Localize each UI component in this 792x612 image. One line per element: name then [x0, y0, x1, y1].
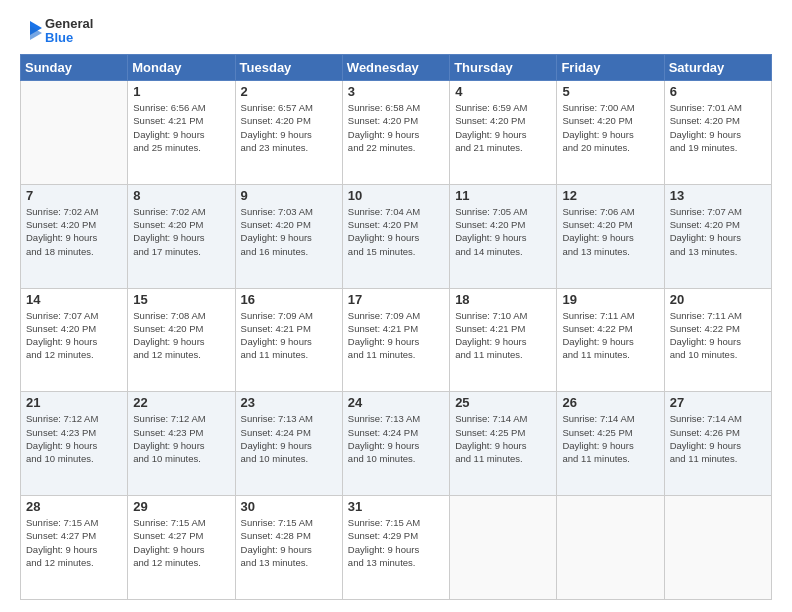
day-info: Sunrise: 7:01 AM Sunset: 4:20 PM Dayligh… — [670, 101, 766, 154]
calendar-cell: 24Sunrise: 7:13 AM Sunset: 4:24 PM Dayli… — [342, 392, 449, 496]
logo-text: General Blue — [45, 17, 93, 46]
day-info: Sunrise: 7:10 AM Sunset: 4:21 PM Dayligh… — [455, 309, 551, 362]
logo: General Blue — [20, 16, 93, 46]
calendar-cell — [664, 496, 771, 600]
calendar-cell: 26Sunrise: 7:14 AM Sunset: 4:25 PM Dayli… — [557, 392, 664, 496]
calendar-week-row: 7Sunrise: 7:02 AM Sunset: 4:20 PM Daylig… — [21, 184, 772, 288]
day-number: 21 — [26, 395, 122, 410]
day-info: Sunrise: 7:06 AM Sunset: 4:20 PM Dayligh… — [562, 205, 658, 258]
day-number: 12 — [562, 188, 658, 203]
day-number: 14 — [26, 292, 122, 307]
calendar-cell: 15Sunrise: 7:08 AM Sunset: 4:20 PM Dayli… — [128, 288, 235, 392]
day-info: Sunrise: 7:02 AM Sunset: 4:20 PM Dayligh… — [133, 205, 229, 258]
day-number: 7 — [26, 188, 122, 203]
day-number: 9 — [241, 188, 337, 203]
day-info: Sunrise: 7:04 AM Sunset: 4:20 PM Dayligh… — [348, 205, 444, 258]
day-info: Sunrise: 7:15 AM Sunset: 4:28 PM Dayligh… — [241, 516, 337, 569]
day-number: 23 — [241, 395, 337, 410]
day-info: Sunrise: 7:11 AM Sunset: 4:22 PM Dayligh… — [562, 309, 658, 362]
calendar-cell: 14Sunrise: 7:07 AM Sunset: 4:20 PM Dayli… — [21, 288, 128, 392]
logo-blue: Blue — [45, 31, 93, 45]
day-number: 11 — [455, 188, 551, 203]
calendar-cell: 6Sunrise: 7:01 AM Sunset: 4:20 PM Daylig… — [664, 81, 771, 185]
calendar-cell: 7Sunrise: 7:02 AM Sunset: 4:20 PM Daylig… — [21, 184, 128, 288]
day-info: Sunrise: 7:13 AM Sunset: 4:24 PM Dayligh… — [348, 412, 444, 465]
logo-bird-icon — [20, 16, 42, 46]
calendar-week-row: 28Sunrise: 7:15 AM Sunset: 4:27 PM Dayli… — [21, 496, 772, 600]
calendar-cell: 25Sunrise: 7:14 AM Sunset: 4:25 PM Dayli… — [450, 392, 557, 496]
day-info: Sunrise: 7:14 AM Sunset: 4:25 PM Dayligh… — [562, 412, 658, 465]
weekday-header-tuesday: Tuesday — [235, 55, 342, 81]
day-number: 28 — [26, 499, 122, 514]
day-info: Sunrise: 7:05 AM Sunset: 4:20 PM Dayligh… — [455, 205, 551, 258]
calendar-cell: 5Sunrise: 7:00 AM Sunset: 4:20 PM Daylig… — [557, 81, 664, 185]
day-number: 25 — [455, 395, 551, 410]
calendar-week-row: 1Sunrise: 6:56 AM Sunset: 4:21 PM Daylig… — [21, 81, 772, 185]
weekday-header-thursday: Thursday — [450, 55, 557, 81]
day-info: Sunrise: 7:07 AM Sunset: 4:20 PM Dayligh… — [26, 309, 122, 362]
day-number: 20 — [670, 292, 766, 307]
weekday-header-sunday: Sunday — [21, 55, 128, 81]
calendar-cell: 31Sunrise: 7:15 AM Sunset: 4:29 PM Dayli… — [342, 496, 449, 600]
calendar-week-row: 14Sunrise: 7:07 AM Sunset: 4:20 PM Dayli… — [21, 288, 772, 392]
day-number: 27 — [670, 395, 766, 410]
calendar-cell: 13Sunrise: 7:07 AM Sunset: 4:20 PM Dayli… — [664, 184, 771, 288]
day-info: Sunrise: 7:15 AM Sunset: 4:27 PM Dayligh… — [26, 516, 122, 569]
day-number: 31 — [348, 499, 444, 514]
day-number: 26 — [562, 395, 658, 410]
day-number: 16 — [241, 292, 337, 307]
calendar-cell: 27Sunrise: 7:14 AM Sunset: 4:26 PM Dayli… — [664, 392, 771, 496]
calendar-cell: 3Sunrise: 6:58 AM Sunset: 4:20 PM Daylig… — [342, 81, 449, 185]
calendar-cell: 1Sunrise: 6:56 AM Sunset: 4:21 PM Daylig… — [128, 81, 235, 185]
day-info: Sunrise: 7:03 AM Sunset: 4:20 PM Dayligh… — [241, 205, 337, 258]
day-number: 8 — [133, 188, 229, 203]
calendar-cell: 2Sunrise: 6:57 AM Sunset: 4:20 PM Daylig… — [235, 81, 342, 185]
calendar-cell: 19Sunrise: 7:11 AM Sunset: 4:22 PM Dayli… — [557, 288, 664, 392]
day-number: 22 — [133, 395, 229, 410]
calendar-cell: 11Sunrise: 7:05 AM Sunset: 4:20 PM Dayli… — [450, 184, 557, 288]
day-number: 5 — [562, 84, 658, 99]
day-info: Sunrise: 7:15 AM Sunset: 4:27 PM Dayligh… — [133, 516, 229, 569]
day-number: 15 — [133, 292, 229, 307]
calendar-table: SundayMondayTuesdayWednesdayThursdayFrid… — [20, 54, 772, 600]
day-info: Sunrise: 7:15 AM Sunset: 4:29 PM Dayligh… — [348, 516, 444, 569]
weekday-header-row: SundayMondayTuesdayWednesdayThursdayFrid… — [21, 55, 772, 81]
day-info: Sunrise: 7:00 AM Sunset: 4:20 PM Dayligh… — [562, 101, 658, 154]
calendar-cell: 29Sunrise: 7:15 AM Sunset: 4:27 PM Dayli… — [128, 496, 235, 600]
day-number: 1 — [133, 84, 229, 99]
calendar-cell: 22Sunrise: 7:12 AM Sunset: 4:23 PM Dayli… — [128, 392, 235, 496]
day-number: 24 — [348, 395, 444, 410]
day-info: Sunrise: 6:59 AM Sunset: 4:20 PM Dayligh… — [455, 101, 551, 154]
day-number: 29 — [133, 499, 229, 514]
day-number: 19 — [562, 292, 658, 307]
day-number: 13 — [670, 188, 766, 203]
header: General Blue — [20, 16, 772, 46]
day-number: 2 — [241, 84, 337, 99]
day-number: 30 — [241, 499, 337, 514]
day-info: Sunrise: 7:14 AM Sunset: 4:26 PM Dayligh… — [670, 412, 766, 465]
day-info: Sunrise: 7:07 AM Sunset: 4:20 PM Dayligh… — [670, 205, 766, 258]
weekday-header-saturday: Saturday — [664, 55, 771, 81]
day-number: 10 — [348, 188, 444, 203]
calendar-week-row: 21Sunrise: 7:12 AM Sunset: 4:23 PM Dayli… — [21, 392, 772, 496]
calendar-cell: 30Sunrise: 7:15 AM Sunset: 4:28 PM Dayli… — [235, 496, 342, 600]
calendar-cell — [21, 81, 128, 185]
calendar-cell — [450, 496, 557, 600]
day-info: Sunrise: 7:02 AM Sunset: 4:20 PM Dayligh… — [26, 205, 122, 258]
weekday-header-friday: Friday — [557, 55, 664, 81]
day-info: Sunrise: 7:12 AM Sunset: 4:23 PM Dayligh… — [133, 412, 229, 465]
day-number: 18 — [455, 292, 551, 307]
day-info: Sunrise: 6:56 AM Sunset: 4:21 PM Dayligh… — [133, 101, 229, 154]
weekday-header-monday: Monday — [128, 55, 235, 81]
calendar-cell — [557, 496, 664, 600]
calendar-cell: 28Sunrise: 7:15 AM Sunset: 4:27 PM Dayli… — [21, 496, 128, 600]
day-info: Sunrise: 7:14 AM Sunset: 4:25 PM Dayligh… — [455, 412, 551, 465]
calendar-cell: 17Sunrise: 7:09 AM Sunset: 4:21 PM Dayli… — [342, 288, 449, 392]
calendar-cell: 4Sunrise: 6:59 AM Sunset: 4:20 PM Daylig… — [450, 81, 557, 185]
day-info: Sunrise: 7:12 AM Sunset: 4:23 PM Dayligh… — [26, 412, 122, 465]
logo-general: General — [45, 17, 93, 31]
calendar-cell: 8Sunrise: 7:02 AM Sunset: 4:20 PM Daylig… — [128, 184, 235, 288]
day-number: 6 — [670, 84, 766, 99]
day-number: 3 — [348, 84, 444, 99]
day-info: Sunrise: 7:09 AM Sunset: 4:21 PM Dayligh… — [241, 309, 337, 362]
